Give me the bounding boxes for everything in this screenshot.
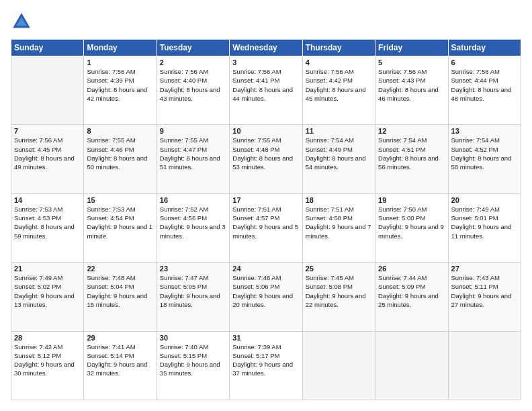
day-number: 24 <box>232 265 299 273</box>
day-number: 8 <box>87 127 153 135</box>
daylight-label: Daylight: 8 hours and 54 minutes. <box>306 154 366 171</box>
daylight-label: Daylight: 9 hours and 37 minutes. <box>232 361 293 377</box>
day-number: 15 <box>87 196 153 204</box>
day-number: 20 <box>451 196 518 204</box>
day-number: 12 <box>378 127 445 135</box>
day-info: Sunrise: 7:44 AM Sunset: 5:09 PM Dayligh… <box>378 273 445 309</box>
sunset-label: Sunset: 4:54 PM <box>87 214 134 222</box>
daylight-label: Daylight: 9 hours and 22 minutes. <box>306 292 366 308</box>
sunset-label: Sunset: 4:47 PM <box>160 146 207 153</box>
day-info: Sunrise: 7:48 AM Sunset: 5:04 PM Dayligh… <box>87 273 153 309</box>
day-info: Sunrise: 7:56 AM Sunset: 4:45 PM Dayligh… <box>14 136 81 171</box>
calendar-cell <box>375 331 448 400</box>
calendar-cell: 2 Sunrise: 7:56 AM Sunset: 4:40 PM Dayli… <box>157 56 229 125</box>
sunrise-label: Sunrise: 7:54 AM <box>378 136 427 144</box>
sunset-label: Sunset: 4:39 PM <box>87 77 134 84</box>
day-info: Sunrise: 7:50 AM Sunset: 5:00 PM Dayligh… <box>378 205 445 240</box>
weekday-header: Wednesday <box>230 40 302 56</box>
sunrise-label: Sunrise: 7:53 AM <box>14 205 62 213</box>
calendar-week-row: 14 Sunrise: 7:53 AM Sunset: 4:53 PM Dayl… <box>11 193 521 262</box>
calendar-cell <box>448 331 521 400</box>
daylight-label: Daylight: 9 hours and 20 minutes. <box>232 292 293 308</box>
sunset-label: Sunset: 5:02 PM <box>14 283 61 290</box>
calendar-cell: 31 Sunrise: 7:39 AM Sunset: 5:17 PM Dayl… <box>230 331 302 400</box>
weekday-header: Thursday <box>302 40 375 56</box>
sunset-label: Sunset: 4:51 PM <box>378 146 425 153</box>
calendar-cell: 17 Sunrise: 7:51 AM Sunset: 4:57 PM Dayl… <box>230 193 302 262</box>
logo-icon <box>11 11 32 32</box>
calendar-cell: 7 Sunrise: 7:56 AM Sunset: 4:45 PM Dayli… <box>11 125 84 193</box>
sunset-label: Sunset: 4:44 PM <box>451 77 498 84</box>
sunrise-label: Sunrise: 7:44 AM <box>378 274 427 281</box>
day-number: 27 <box>451 265 518 273</box>
calendar-cell: 14 Sunrise: 7:53 AM Sunset: 4:53 PM Dayl… <box>11 193 84 262</box>
daylight-label: Daylight: 8 hours and 45 minutes. <box>306 86 366 102</box>
sunset-label: Sunset: 5:01 PM <box>451 214 498 222</box>
day-number: 23 <box>160 265 226 273</box>
day-info: Sunrise: 7:56 AM Sunset: 4:41 PM Dayligh… <box>232 67 299 103</box>
daylight-label: Daylight: 8 hours and 59 minutes. <box>14 223 75 239</box>
day-number: 4 <box>306 58 372 66</box>
page: SundayMondayTuesdayWednesdayThursdayFrid… <box>0 0 532 411</box>
calendar-cell: 29 Sunrise: 7:41 AM Sunset: 5:14 PM Dayl… <box>84 331 157 400</box>
sunset-label: Sunset: 5:14 PM <box>87 352 134 359</box>
day-number: 22 <box>87 265 153 273</box>
sunrise-label: Sunrise: 7:41 AM <box>87 343 135 351</box>
sunrise-label: Sunrise: 7:56 AM <box>14 136 62 144</box>
calendar-cell: 26 Sunrise: 7:44 AM Sunset: 5:09 PM Dayl… <box>375 263 448 331</box>
day-number: 26 <box>378 265 445 273</box>
day-number: 5 <box>378 58 445 66</box>
sunset-label: Sunset: 5:12 PM <box>14 352 61 359</box>
day-number: 3 <box>232 58 299 66</box>
sunset-label: Sunset: 4:43 PM <box>378 77 425 84</box>
day-number: 17 <box>232 196 299 204</box>
sunrise-label: Sunrise: 7:46 AM <box>232 274 281 281</box>
sunrise-label: Sunrise: 7:54 AM <box>306 136 354 144</box>
sunset-label: Sunset: 4:53 PM <box>14 214 61 222</box>
daylight-label: Daylight: 9 hours and 15 minutes. <box>87 292 147 308</box>
sunrise-label: Sunrise: 7:47 AM <box>160 274 208 281</box>
daylight-label: Daylight: 9 hours and 27 minutes. <box>451 292 512 308</box>
day-number: 29 <box>87 334 153 342</box>
sunset-label: Sunset: 4:46 PM <box>87 146 134 153</box>
day-info: Sunrise: 7:51 AM Sunset: 4:57 PM Dayligh… <box>232 205 299 240</box>
day-info: Sunrise: 7:45 AM Sunset: 5:08 PM Dayligh… <box>306 273 372 309</box>
header <box>11 11 521 32</box>
weekday-header: Saturday <box>448 40 521 56</box>
calendar-cell: 22 Sunrise: 7:48 AM Sunset: 5:04 PM Dayl… <box>84 263 157 331</box>
day-info: Sunrise: 7:56 AM Sunset: 4:39 PM Dayligh… <box>87 67 153 103</box>
day-number: 1 <box>87 58 153 66</box>
day-info: Sunrise: 7:47 AM Sunset: 5:05 PM Dayligh… <box>160 273 226 309</box>
day-info: Sunrise: 7:56 AM Sunset: 4:42 PM Dayligh… <box>306 67 372 103</box>
sunset-label: Sunset: 5:15 PM <box>160 352 207 359</box>
day-info: Sunrise: 7:53 AM Sunset: 4:53 PM Dayligh… <box>14 205 81 240</box>
calendar-cell: 30 Sunrise: 7:40 AM Sunset: 5:15 PM Dayl… <box>157 331 229 400</box>
sunrise-label: Sunrise: 7:56 AM <box>378 68 427 75</box>
calendar-cell: 12 Sunrise: 7:54 AM Sunset: 4:51 PM Dayl… <box>375 125 448 193</box>
day-info: Sunrise: 7:46 AM Sunset: 5:06 PM Dayligh… <box>232 273 299 309</box>
calendar-cell: 9 Sunrise: 7:55 AM Sunset: 4:47 PM Dayli… <box>157 125 229 193</box>
daylight-label: Daylight: 9 hours and 13 minutes. <box>14 292 75 308</box>
sunset-label: Sunset: 5:17 PM <box>232 352 279 359</box>
calendar-week-row: 1 Sunrise: 7:56 AM Sunset: 4:39 PM Dayli… <box>11 56 521 125</box>
calendar-cell: 25 Sunrise: 7:45 AM Sunset: 5:08 PM Dayl… <box>302 263 375 331</box>
day-number: 16 <box>160 196 226 204</box>
sunrise-label: Sunrise: 7:45 AM <box>306 274 354 281</box>
calendar-cell: 24 Sunrise: 7:46 AM Sunset: 5:06 PM Dayl… <box>230 263 302 331</box>
daylight-label: Daylight: 8 hours and 48 minutes. <box>451 86 512 102</box>
sunrise-label: Sunrise: 7:54 AM <box>451 136 500 144</box>
day-info: Sunrise: 7:56 AM Sunset: 4:43 PM Dayligh… <box>378 67 445 103</box>
calendar-cell: 28 Sunrise: 7:42 AM Sunset: 5:12 PM Dayl… <box>11 331 84 400</box>
calendar: SundayMondayTuesdayWednesdayThursdayFrid… <box>11 39 521 400</box>
sunrise-label: Sunrise: 7:56 AM <box>306 68 354 75</box>
daylight-label: Daylight: 9 hours and 7 minutes. <box>306 223 371 239</box>
calendar-cell: 3 Sunrise: 7:56 AM Sunset: 4:41 PM Dayli… <box>230 56 302 125</box>
weekday-header-row: SundayMondayTuesdayWednesdayThursdayFrid… <box>11 40 521 56</box>
day-info: Sunrise: 7:56 AM Sunset: 4:44 PM Dayligh… <box>451 67 518 103</box>
daylight-label: Daylight: 9 hours and 3 minutes. <box>160 223 226 239</box>
calendar-cell: 15 Sunrise: 7:53 AM Sunset: 4:54 PM Dayl… <box>84 193 157 262</box>
daylight-label: Daylight: 8 hours and 49 minutes. <box>14 154 75 171</box>
daylight-label: Daylight: 8 hours and 46 minutes. <box>378 86 439 102</box>
daylight-label: Daylight: 8 hours and 42 minutes. <box>87 86 147 102</box>
weekday-header: Monday <box>84 40 157 56</box>
